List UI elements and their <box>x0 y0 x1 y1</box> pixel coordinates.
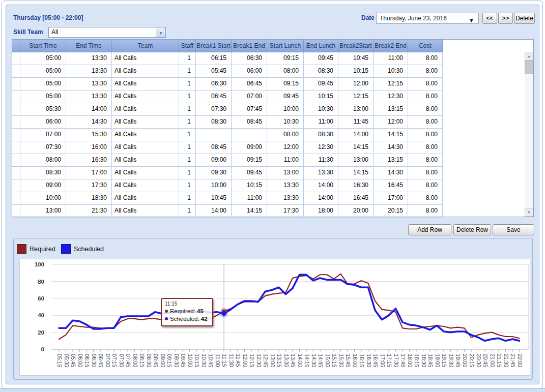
table-cell[interactable]: 12:15 <box>374 78 408 91</box>
table-cell[interactable]: All Calls <box>112 52 179 65</box>
table-cell[interactable]: 1 <box>179 103 196 116</box>
table-cell[interactable]: 8.00 <box>408 116 443 129</box>
table-cell[interactable]: 08:45 <box>196 141 232 154</box>
table-cell[interactable]: 06:45 <box>196 91 232 103</box>
table-cell[interactable]: 09:15 <box>267 78 304 91</box>
table-cell[interactable]: 17:00 <box>66 167 112 179</box>
table-cell[interactable]: 14:15 <box>338 167 374 179</box>
table-cell[interactable]: 17:30 <box>66 179 112 192</box>
table-cell[interactable]: 18:30 <box>66 192 112 205</box>
table-cell[interactable] <box>12 65 20 78</box>
table-cell[interactable]: All Calls <box>112 154 179 167</box>
table-cell[interactable]: All Calls <box>112 167 179 179</box>
table-row[interactable]: 07:0015:30All Calls108:0008:3014:0014:15… <box>12 129 443 141</box>
delete-day-button[interactable]: Delete <box>514 13 535 24</box>
table-cell[interactable]: 05:30 <box>20 103 66 116</box>
table-cell[interactable]: 06:30 <box>196 78 232 91</box>
column-header[interactable]: End Lunch <box>304 40 338 52</box>
table-cell[interactable] <box>232 129 267 141</box>
table-cell[interactable]: 8.00 <box>408 78 443 91</box>
table-cell[interactable]: 05:00 <box>20 65 66 78</box>
table-cell[interactable]: 8.00 <box>408 52 443 65</box>
table-cell[interactable]: 14:00 <box>196 205 232 218</box>
table-cell[interactable]: 10:00 <box>196 179 232 192</box>
column-header[interactable]: Start Lunch <box>267 40 304 52</box>
table-cell[interactable]: 11:00 <box>374 52 408 65</box>
table-cell[interactable]: 1 <box>179 129 196 141</box>
table-cell[interactable]: 13:30 <box>66 78 112 91</box>
save-button[interactable]: Save <box>493 224 534 235</box>
scroll-up-icon[interactable]: ▲ <box>525 52 533 61</box>
table-cell[interactable]: 10:00 <box>267 103 304 116</box>
table-cell[interactable]: 10:30 <box>304 103 338 116</box>
table-cell[interactable]: 11:45 <box>338 116 374 129</box>
table-row[interactable]: 10:0018:30All Calls110:4511:0013:3014:00… <box>12 192 443 205</box>
column-header[interactable] <box>12 40 20 52</box>
table-cell[interactable]: 11:00 <box>304 116 338 129</box>
table-cell[interactable]: 1 <box>179 167 196 179</box>
table-cell[interactable]: 08:30 <box>304 129 338 141</box>
table-cell[interactable]: 08:00 <box>20 154 66 167</box>
table-cell[interactable]: 13:00 <box>20 205 66 218</box>
table-cell[interactable] <box>12 103 20 116</box>
table-cell[interactable]: 21:30 <box>66 205 112 218</box>
table-cell[interactable]: All Calls <box>112 192 179 205</box>
table-cell[interactable]: 14:15 <box>338 141 374 154</box>
table-cell[interactable]: 11:00 <box>232 192 267 205</box>
table-cell[interactable]: 05:45 <box>196 65 232 78</box>
table-cell[interactable]: All Calls <box>112 65 179 78</box>
table-cell[interactable] <box>196 129 232 141</box>
table-cell[interactable]: 8.00 <box>408 154 443 167</box>
table-cell[interactable]: 12:00 <box>338 78 374 91</box>
table-cell[interactable]: 15:30 <box>66 129 112 141</box>
table-cell[interactable]: All Calls <box>112 141 179 154</box>
column-header[interactable]: End Time <box>66 40 112 52</box>
table-scrollbar[interactable]: ▲ ▼ <box>525 52 533 217</box>
table-cell[interactable]: 06:15 <box>196 52 232 65</box>
scroll-down-icon[interactable]: ▼ <box>525 208 533 217</box>
table-cell[interactable]: 14:00 <box>304 192 338 205</box>
column-header[interactable]: Team <box>112 40 179 52</box>
table-cell[interactable]: 08:00 <box>267 65 304 78</box>
table-cell[interactable]: 07:30 <box>20 141 66 154</box>
table-cell[interactable] <box>12 179 20 192</box>
table-row[interactable]: 08:0016:30All Calls109:0009:1511:0011:30… <box>12 154 443 167</box>
table-cell[interactable]: 20:00 <box>338 205 374 218</box>
table-cell[interactable]: 06:00 <box>20 116 66 129</box>
table-row[interactable]: 05:0013:30All Calls106:1506:3009:1509:45… <box>12 52 443 65</box>
table-cell[interactable]: 17:30 <box>267 205 304 218</box>
table-cell[interactable]: 1 <box>179 154 196 167</box>
table-cell[interactable]: 13:00 <box>338 103 374 116</box>
table-cell[interactable]: All Calls <box>112 103 179 116</box>
table-cell[interactable] <box>12 205 20 218</box>
table-cell[interactable] <box>12 91 20 103</box>
table-cell[interactable]: 8.00 <box>408 179 443 192</box>
table-cell[interactable]: 1 <box>179 78 196 91</box>
table-cell[interactable]: 1 <box>179 141 196 154</box>
table-cell[interactable]: 10:00 <box>20 192 66 205</box>
table-cell[interactable]: 08:30 <box>304 65 338 78</box>
table-row[interactable]: 06:0014:30All Calls108:3008:4510:3011:00… <box>12 116 443 129</box>
table-cell[interactable]: 12:30 <box>374 91 408 103</box>
table-cell[interactable]: 1 <box>179 116 196 129</box>
table-cell[interactable]: 10:15 <box>338 65 374 78</box>
table-cell[interactable]: 13:00 <box>338 154 374 167</box>
table-cell[interactable]: 16:30 <box>338 179 374 192</box>
table-row[interactable]: 13:0021:30All Calls114:0014:1517:3018:00… <box>12 205 443 218</box>
table-cell[interactable]: 12:00 <box>374 116 408 129</box>
table-cell[interactable] <box>12 154 20 167</box>
table-row[interactable]: 05:3014:00All Calls107:3007:4510:0010:30… <box>12 103 443 116</box>
table-cell[interactable]: 09:45 <box>267 91 304 103</box>
table-cell[interactable]: 1 <box>179 65 196 78</box>
table-cell[interactable]: 8.00 <box>408 141 443 154</box>
table-cell[interactable] <box>12 192 20 205</box>
table-cell[interactable]: 1 <box>179 192 196 205</box>
table-cell[interactable]: 05:00 <box>20 91 66 103</box>
table-cell[interactable] <box>12 116 20 129</box>
table-cell[interactable]: 13:15 <box>374 154 408 167</box>
table-cell[interactable]: 13:00 <box>267 167 304 179</box>
table-cell[interactable]: 17:00 <box>374 192 408 205</box>
table-cell[interactable]: 8.00 <box>408 91 443 103</box>
table-cell[interactable]: 16:45 <box>338 192 374 205</box>
combo-dropdown-button[interactable]: ▼ <box>156 27 165 37</box>
